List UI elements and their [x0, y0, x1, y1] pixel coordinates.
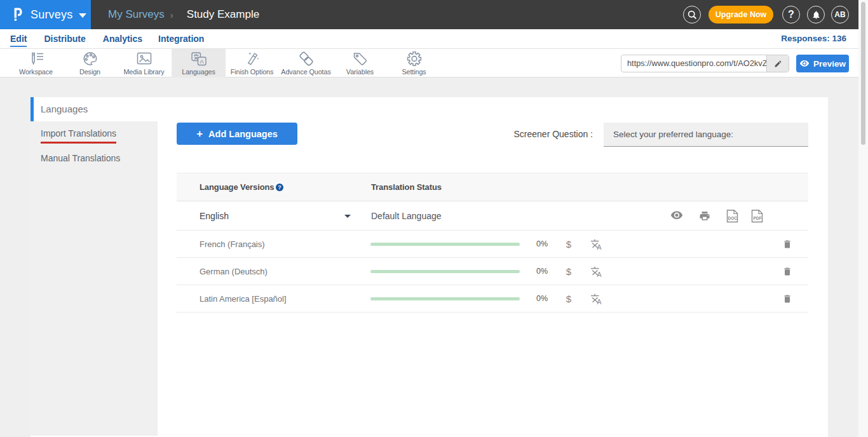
svg-text:A: A	[597, 243, 602, 250]
svg-text:A: A	[597, 271, 602, 278]
svg-text:A: A	[597, 298, 602, 305]
svg-text:PDF: PDF	[753, 216, 761, 220]
svg-text:A: A	[200, 58, 203, 65]
svg-text:DOC: DOC	[728, 216, 738, 220]
